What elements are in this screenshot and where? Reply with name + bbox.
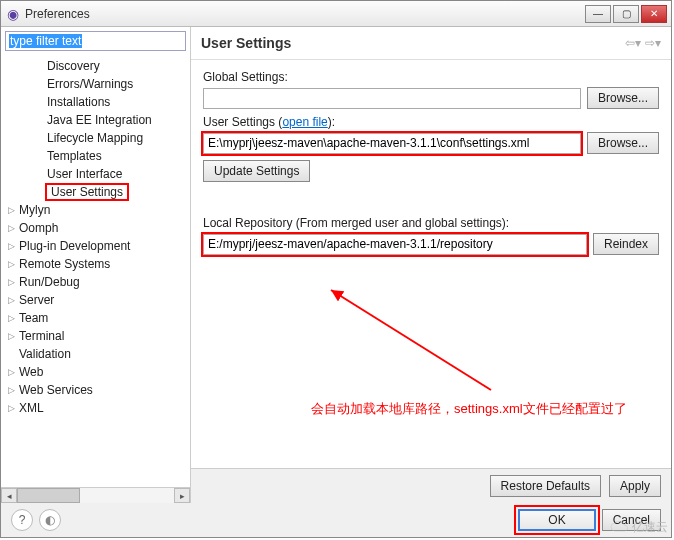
- expand-icon[interactable]: ▷: [5, 385, 17, 395]
- expand-icon[interactable]: ▷: [5, 331, 17, 341]
- scroll-thumb[interactable]: [17, 488, 80, 503]
- filter-text: type filter text: [9, 34, 82, 48]
- watermark: 亿速云: [610, 519, 668, 536]
- tree-item-templates[interactable]: Templates: [1, 147, 190, 165]
- annotation-arrow-icon: [321, 280, 501, 400]
- close-button[interactable]: ✕: [641, 5, 667, 23]
- minimize-button[interactable]: —: [585, 5, 611, 23]
- expand-icon[interactable]: ▷: [5, 403, 17, 413]
- tree-item-web[interactable]: ▷Web: [1, 363, 190, 381]
- sidebar-hscroll[interactable]: ◂ ▸: [1, 487, 190, 503]
- expand-icon[interactable]: ▷: [5, 367, 17, 377]
- user-settings-input[interactable]: [203, 133, 581, 154]
- filter-input[interactable]: type filter text: [5, 31, 186, 51]
- nav-fwd-icon[interactable]: ⇨▾: [645, 36, 661, 50]
- help-button[interactable]: ?: [11, 509, 33, 531]
- expand-icon[interactable]: ▷: [5, 277, 17, 287]
- tree[interactable]: Discovery Errors/Warnings Installations …: [1, 55, 190, 487]
- titlebar[interactable]: ◉ Preferences — ▢ ✕: [1, 1, 671, 27]
- local-repo-label: Local Repository (From merged user and g…: [203, 216, 659, 230]
- window-buttons: — ▢ ✕: [585, 5, 667, 23]
- local-repo-input[interactable]: [203, 234, 587, 255]
- tree-item-webservices[interactable]: ▷Web Services: [1, 381, 190, 399]
- svg-line-0: [331, 290, 491, 390]
- browse-user-button[interactable]: Browse...: [587, 132, 659, 154]
- window-title: Preferences: [25, 7, 585, 21]
- expand-icon[interactable]: ▷: [5, 223, 17, 233]
- expand-icon[interactable]: ▷: [5, 295, 17, 305]
- apply-button[interactable]: Apply: [609, 475, 661, 497]
- tree-item-user-settings[interactable]: User Settings: [1, 183, 190, 201]
- user-settings-label: User Settings (open file):: [203, 115, 659, 129]
- preferences-window: ◉ Preferences — ▢ ✕ type filter text Dis…: [0, 0, 672, 538]
- expand-icon[interactable]: ▷: [5, 241, 17, 251]
- open-file-link[interactable]: open file: [282, 115, 327, 129]
- restore-defaults-button[interactable]: Restore Defaults: [490, 475, 601, 497]
- reindex-button[interactable]: Reindex: [593, 233, 659, 255]
- workspace-button[interactable]: ◐: [39, 509, 61, 531]
- tree-item-plugin-dev[interactable]: ▷Plug-in Development: [1, 237, 190, 255]
- expand-icon[interactable]: ▷: [5, 259, 17, 269]
- tree-item-oomph[interactable]: ▷Oomph: [1, 219, 190, 237]
- app-icon: ◉: [5, 6, 21, 22]
- tree-item-javaee[interactable]: Java EE Integration: [1, 111, 190, 129]
- body: type filter text Discovery Errors/Warnin…: [1, 27, 671, 503]
- annotation-text: 会自动加载本地库路径，settings.xml文件已经配置过了: [311, 400, 627, 418]
- tree-item-terminal[interactable]: ▷Terminal: [1, 327, 190, 345]
- tree-item-team[interactable]: ▷Team: [1, 309, 190, 327]
- sidebar: type filter text Discovery Errors/Warnin…: [1, 27, 191, 503]
- tree-item-server[interactable]: ▷Server: [1, 291, 190, 309]
- page-title: User Settings: [201, 35, 625, 51]
- dialog-buttonbar: ? ◐ OK Cancel: [1, 503, 671, 537]
- tree-item-remote[interactable]: ▷Remote Systems: [1, 255, 190, 273]
- tree-item-validation[interactable]: Validation: [1, 345, 190, 363]
- expand-icon[interactable]: ▷: [5, 313, 17, 323]
- ok-button[interactable]: OK: [518, 509, 595, 531]
- tree-item-lifecycle[interactable]: Lifecycle Mapping: [1, 129, 190, 147]
- global-settings-label: Global Settings:: [203, 70, 659, 84]
- scroll-track[interactable]: [17, 488, 174, 503]
- tree-item-ui[interactable]: User Interface: [1, 165, 190, 183]
- global-settings-input[interactable]: [203, 88, 581, 109]
- nav-buttons: ⇦▾ ⇨▾: [625, 36, 661, 50]
- nav-back-icon[interactable]: ⇦▾: [625, 36, 641, 50]
- expand-icon[interactable]: ▷: [5, 205, 17, 215]
- scroll-right-icon[interactable]: ▸: [174, 488, 190, 503]
- content: Global Settings: Browse... User Settings…: [191, 60, 671, 468]
- tree-item-mylyn[interactable]: ▷Mylyn: [1, 201, 190, 219]
- main-panel: User Settings ⇦▾ ⇨▾ Global Settings: Bro…: [191, 27, 671, 503]
- scroll-left-icon[interactable]: ◂: [1, 488, 17, 503]
- tree-item-discovery[interactable]: Discovery: [1, 57, 190, 75]
- page-footer: Restore Defaults Apply: [191, 468, 671, 503]
- tree-item-installations[interactable]: Installations: [1, 93, 190, 111]
- tree-item-xml[interactable]: ▷XML: [1, 399, 190, 417]
- update-settings-button[interactable]: Update Settings: [203, 160, 310, 182]
- maximize-button[interactable]: ▢: [613, 5, 639, 23]
- page-header: User Settings ⇦▾ ⇨▾: [191, 27, 671, 60]
- tree-item-errors[interactable]: Errors/Warnings: [1, 75, 190, 93]
- browse-global-button[interactable]: Browse...: [587, 87, 659, 109]
- tree-item-rundebug[interactable]: ▷Run/Debug: [1, 273, 190, 291]
